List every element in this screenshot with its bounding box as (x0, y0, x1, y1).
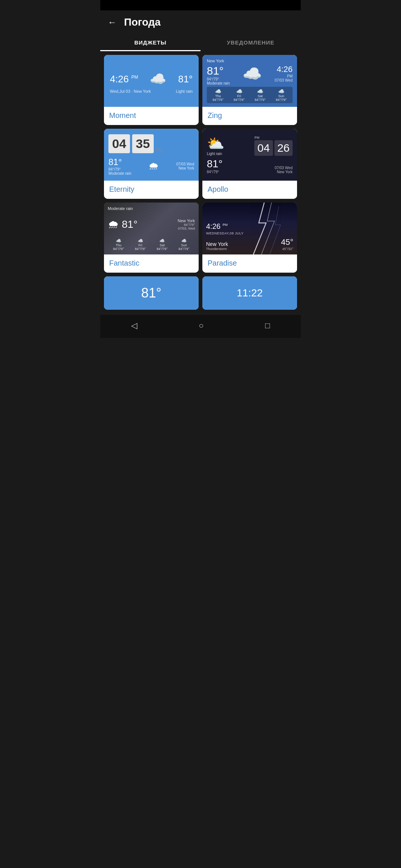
moment-preview: 4:26 PM ☁️ 81° Wed,Jul 03 · New York Lig… (104, 55, 199, 107)
moment-condition: Light rain (176, 89, 193, 93)
header: ← Погода (100, 10, 301, 31)
eternity-hour: 04 (108, 134, 130, 153)
status-bar (100, 0, 301, 10)
zing-label: Zing (202, 107, 297, 125)
eternity-cloud-icon: 🌧 (149, 160, 159, 172)
paradise-temp: 45° (281, 237, 293, 247)
moment-location: Wed,Jul 03 · New York (110, 89, 151, 93)
partial-1-preview: 81° (104, 276, 199, 310)
apollo-minute: 26 (274, 140, 293, 156)
paradise-city: New York (206, 241, 228, 247)
apollo-ampm: PM (254, 136, 293, 139)
apollo-condition: Light rain (207, 152, 224, 156)
fantastic-label: Fantastic (104, 254, 199, 273)
widget-zing[interactable]: New York 81° 84°/79° Moderate rain ☁️ 4:… (202, 55, 297, 125)
apollo-city: New York (275, 170, 293, 174)
fantastic-condition: Moderate rain (108, 206, 195, 211)
widget-partial-2[interactable]: 11:22 (202, 276, 297, 310)
paradise-condition: Thunderstorm (206, 247, 228, 251)
eternity-ampm: PM (156, 147, 162, 152)
fantastic-preview: Moderate rain 🌧 81° New York 84°/79° 07/… (104, 203, 199, 254)
fantastic-temp: 81° (122, 218, 137, 230)
tab-notification[interactable]: УВЕДОМЛЕНИЕ (200, 34, 301, 51)
widget-eternity[interactable]: 04 35 PM 81° 84°/79° Moderate rain 🌧 07/… (104, 129, 199, 199)
apollo-hilo: 84°/79° (207, 170, 222, 174)
apollo-hour: 04 (254, 140, 273, 156)
paradise-time: 4:26 PM (206, 222, 228, 230)
eternity-condition: Moderate rain (108, 171, 131, 175)
moment-temp: 81° (178, 73, 193, 85)
nav-home-button[interactable]: ○ (191, 319, 211, 332)
zing-cloud-icon: ☁️ (242, 65, 262, 82)
widget-moment[interactable]: 4:26 PM ☁️ 81° Wed,Jul 03 · New York Lig… (104, 55, 199, 125)
partial-2-time: 11:22 (237, 287, 263, 299)
widget-paradise[interactable]: 4:26 PM WEDNESDAY,08 JULY New York Thund… (202, 203, 297, 273)
apollo-temp: 81° (207, 158, 222, 170)
fantastic-city: New York (178, 218, 195, 223)
zing-time: 4:26 (275, 65, 293, 74)
apollo-preview: ⛅ Light rain PM 04 26 81° 84°/79° 07 (202, 129, 297, 181)
widget-fantastic[interactable]: Moderate rain 🌧 81° New York 84°/79° 07/… (104, 203, 199, 273)
moment-cloud-icon: ☁️ (150, 71, 166, 87)
paradise-hilo: 45°/32° (281, 247, 293, 251)
eternity-temp: 81° (108, 157, 131, 167)
eternity-preview: 04 35 PM 81° 84°/79° Moderate rain 🌧 07/… (104, 129, 199, 181)
widgets-grid: 4:26 PM ☁️ 81° Wed,Jul 03 · New York Lig… (100, 51, 301, 313)
partial-2-preview: 11:22 (202, 276, 297, 310)
eternity-city: New York (176, 166, 194, 170)
widget-apollo[interactable]: ⛅ Light rain PM 04 26 81° 84°/79° 07 (202, 129, 297, 199)
back-button[interactable]: ← (108, 17, 117, 27)
eternity-hilo: 84°/79° (108, 167, 131, 171)
partial-1-temp: 81° (141, 285, 161, 301)
zing-date: 07/03 Wed (275, 78, 293, 82)
zing-hilo: 84°/79° (207, 77, 230, 81)
zing-preview: New York 81° 84°/79° Moderate rain ☁️ 4:… (202, 55, 297, 107)
fantastic-cloud-icon: 🌧 (108, 218, 119, 231)
zing-condition: Moderate rain (207, 81, 230, 85)
tab-widgets[interactable]: ВИДЖЕТЫ (100, 34, 200, 51)
zing-forecast: ☁️ Thu 84°/79° ☁️ Fri 84°/79° ☁️ Sat 84°… (207, 87, 293, 103)
zing-city: New York (207, 59, 293, 63)
apollo-label: Apollo (202, 181, 297, 199)
fantastic-forecast: ☁️ Thu 84°/79° ☁️ Fri 84°/79° ☁️ Sat 84°… (108, 238, 195, 251)
zing-ampm: PM (275, 74, 293, 78)
nav-back-button[interactable]: ◁ (124, 319, 145, 332)
fantastic-hilo: 84°/79° (178, 223, 195, 227)
eternity-label: Eternity (104, 181, 199, 199)
tabs-bar: ВИДЖЕТЫ УВЕДОМЛЕНИЕ (100, 34, 301, 51)
widget-partial-1[interactable]: 81° (104, 276, 199, 310)
paradise-date: WEDNESDAY,08 JULY (206, 231, 293, 235)
nav-bar: ◁ ○ □ (100, 315, 301, 338)
apollo-date: 07/03 Wed (275, 166, 293, 170)
apollo-cloud-icon: ⛅ (207, 136, 224, 151)
moment-label: Moment (104, 107, 199, 125)
paradise-label: Paradise (202, 254, 297, 273)
paradise-preview: 4:26 PM WEDNESDAY,08 JULY New York Thund… (202, 203, 297, 254)
page-title: Погода (124, 16, 161, 28)
nav-recent-button[interactable]: □ (258, 319, 277, 332)
zing-temp: 81° (207, 65, 230, 77)
fantastic-date: 07/03, Wed (178, 227, 195, 230)
eternity-date: 07/03 Wed (176, 162, 194, 166)
moment-time: 4:26 PM (110, 73, 138, 85)
eternity-minute: 35 (132, 134, 154, 153)
